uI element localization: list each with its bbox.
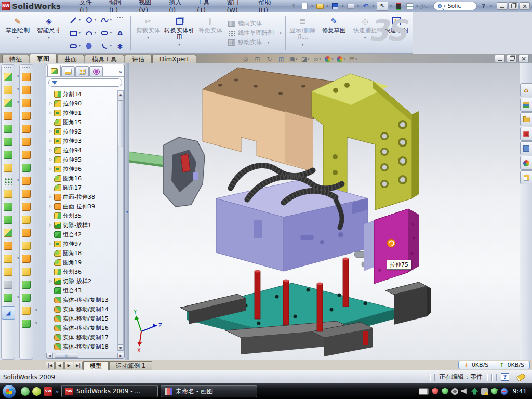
graphics-viewport[interactable]: Y Z X 拉伸75 [129,63,520,360]
last-tab-icon[interactable]: ▶| [74,362,83,369]
new-dropdown[interactable]: ▾ [311,4,313,8]
zoom-area-icon[interactable] [252,55,262,63]
extruded-cut-icon[interactable] [2,83,15,96]
open-document-icon[interactable] [316,4,324,9]
planar-surface-icon[interactable] [20,148,33,161]
arc-tool-icon[interactable]: ▾ [81,26,97,39]
fillet-surface-icon[interactable] [20,200,33,213]
rectangle-tool-icon[interactable]: ▾ [65,26,81,39]
tree-item[interactable]: 分割34 [49,89,117,99]
draft-icon[interactable] [2,148,15,161]
smart-dimension-dropdown[interactable] [48,34,50,41]
boundary-surface-icon[interactable] [20,135,33,148]
first-tab-icon[interactable]: |◀ [46,362,55,369]
tree-item[interactable]: 实体-移动/复制16 [49,323,117,332]
convert-entities-dropdown[interactable] [178,41,180,48]
scroll-down-icon[interactable]: ▼ [118,344,123,351]
move-copy-body-icon[interactable] [2,239,15,252]
smart-dimension-button[interactable]: 智能尺寸 [33,14,64,52]
swept-surface-icon[interactable] [20,70,33,83]
hide-show-items-icon[interactable]: ▾ [312,55,322,63]
pattern-box-tool-icon[interactable] [112,14,128,26]
tree-item[interactable]: 拉伸96 [49,164,117,174]
appearances-icon[interactable]: ▾ [324,55,334,63]
select-dropdown[interactable]: ▾ [390,4,392,8]
tree-item[interactable]: 圆角16 [49,174,117,183]
tree-item[interactable]: 分割35 [49,211,117,220]
hscroll-thumb[interactable]: ||| [55,353,78,358]
tab-mold-tools[interactable]: 模具工具 [85,55,124,63]
tree-item[interactable]: 实体-移动/复制15 [49,314,117,323]
view-orientation-icon[interactable]: ▾ [288,55,298,63]
restore-button[interactable] [508,2,518,10]
select-tool-icon[interactable] [377,2,388,11]
tree-item[interactable]: 拉伸94 [49,145,117,155]
pin-icon[interactable]: ⟟ [289,2,298,10]
linear-pattern-icon[interactable] [2,174,15,187]
zoom-fit-icon[interactable] [241,55,250,63]
instant3d-icon[interactable] [2,306,15,320]
panel-splitter[interactable] [125,63,129,360]
point-tool-icon[interactable] [112,39,128,52]
revolved-surface-icon[interactable] [20,83,33,96]
polygon-tool-icon[interactable] [81,39,97,52]
tree-item[interactable]: 组合42 [49,230,117,239]
tree-item[interactable]: 拉伸92 [49,127,117,136]
photoworks-items-tab[interactable] [520,141,532,155]
undo-dropdown[interactable]: ▾ [373,4,375,8]
tree-filter-input[interactable] [48,78,122,87]
revolved-boss-icon[interactable] [2,122,15,135]
sketch-button[interactable]: 草图绘制 [2,14,33,52]
view-palette-tab[interactable] [520,127,532,141]
tree-item[interactable]: 曲面-拉伸39 [49,202,117,211]
tree-item[interactable]: 拉伸95 [49,155,117,164]
part-gray-clamp[interactable] [163,137,205,207]
search-box[interactable]: ▾ [433,2,477,10]
undo-icon[interactable] [361,2,370,10]
delete-face-icon[interactable] [20,213,33,226]
tab-evaluate[interactable]: 评估 [125,55,152,63]
minimize-button[interactable] [497,2,507,10]
tree-horizontal-scrollbar[interactable]: ◀ ||| ▶ [46,352,124,358]
freeform-icon[interactable] [20,161,33,174]
lofted-surface-icon[interactable] [20,122,33,135]
part-magenta-block[interactable] [374,209,419,284]
antivirus-shield-icon[interactable] [432,388,438,395]
rotate-view-icon[interactable] [264,55,274,63]
tree-item[interactable]: 圆角18 [49,248,117,258]
sketch-fillet-tool-icon[interactable]: ▾ [97,39,112,52]
prev-tab-icon[interactable]: ◀ [55,362,64,369]
tree-item[interactable]: 曲面-拉伸38 [49,192,117,202]
knit-surface-icon[interactable] [20,265,33,278]
help-icon[interactable]: ? [478,2,488,10]
flange-surface-icon[interactable] [20,109,33,122]
doc-close-button[interactable] [518,55,529,62]
options-icon[interactable] [406,3,413,9]
tree-item[interactable]: 实体-移动/复制17 [49,332,117,342]
sync-blue-icon[interactable] [501,388,508,395]
extend-surface-icon[interactable] [20,239,33,252]
toolbar-grip[interactable] [22,66,31,69]
antivirus-360-icon[interactable] [32,387,41,396]
fillet-icon[interactable] [2,96,15,109]
doc-minimize-button[interactable] [495,55,505,62]
tree-item[interactable]: 圆角17 [49,183,117,192]
slot-tool-icon[interactable]: ▾ [65,39,81,52]
offset-surface-icon[interactable] [20,174,33,187]
tree-item[interactable]: 实体-移动/复制18 [49,342,117,351]
view-settings-icon[interactable]: ▾ [348,55,358,63]
rebuild-icon[interactable] [396,3,401,10]
status-help-icon[interactable]: ? [501,373,509,381]
wireless-warning-icon[interactable] [481,388,488,395]
d dome-icon[interactable] [20,304,33,317]
keyboard-layout-icon[interactable] [419,388,429,395]
swept-boss-icon[interactable] [2,109,15,122]
file-explorer-tab[interactable] [520,112,532,126]
appearances-scenes-tab[interactable] [520,156,532,170]
tree-item[interactable]: 圆角19 [49,258,117,267]
motion-study-tab[interactable]: 运动算例 1 [109,361,152,370]
line-tool-icon[interactable]: ▾ [65,14,81,26]
tree-item[interactable]: 切除-放样1 [49,220,117,230]
shell-icon[interactable] [2,135,15,148]
reference-point-icon[interactable] [20,317,33,330]
